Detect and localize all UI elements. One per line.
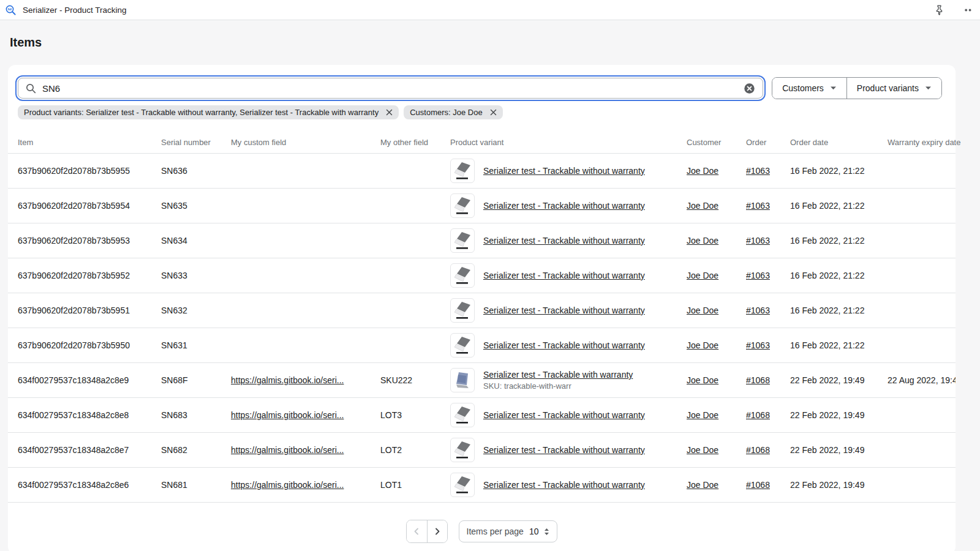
customer-link[interactable]: Joe Doe [687,236,718,246]
product-variant-text: Serializer test - Trackable without warr… [483,166,645,176]
custom-field-link[interactable]: https://galmis.gitbook.io/seri... [231,445,344,455]
order-cell: #1063 [746,223,790,258]
product-variant-link[interactable]: Serializer test - Trackable without warr… [483,480,645,490]
app-title: Serializer - Product Tracking [23,6,127,15]
order-link[interactable]: #1063 [746,340,770,350]
order-cell: #1068 [746,398,790,433]
previous-page-button[interactable] [407,520,427,542]
order-link[interactable]: #1068 [746,375,770,385]
warranty-expiry-cell [888,468,956,503]
product-variant-link[interactable]: Serializer test - Trackable without warr… [483,340,645,350]
custom-field-link[interactable]: https://galmis.gitbook.io/seri... [231,375,344,385]
serial-number: SN636 [161,166,187,176]
page-title: Items [10,36,980,50]
search-input[interactable] [42,83,737,94]
other-field-cell [380,154,450,189]
customer-link[interactable]: Joe Doe [687,445,718,455]
order-date: 22 Feb 2022, 19:49 [790,445,864,455]
product-variants-filter-tag: Product variants: Serializer test - Trac… [18,105,399,119]
item-id-cell: 637b90620f2d2078b73b5951 [8,293,161,328]
item-id-cell: 634f00279537c18348a2c8e6 [8,468,161,503]
pager-button-group [406,520,448,543]
product-variant-text: Serializer test - Trackable without warr… [483,305,645,315]
customer-link[interactable]: Joe Doe [687,305,718,315]
custom-field-cell [231,154,380,189]
table-row: 637b90620f2d2078b73b5953 SN634 [8,223,956,258]
product-variant-text: Serializer test - Trackable without warr… [483,340,645,350]
order-link[interactable]: #1063 [746,201,770,211]
customers-filter-button[interactable]: Customers [772,78,846,99]
overflow-menu-icon[interactable] [965,9,973,12]
product-variant-link[interactable]: Serializer test - Trackable without warr… [483,166,645,176]
customer-link[interactable]: Joe Doe [687,271,718,280]
items-per-page-label: Items per page [467,527,524,536]
custom-field-cell: https://galmis.gitbook.io/seri... [231,433,380,468]
customer-link[interactable]: Joe Doe [687,340,718,350]
product-thumbnail [450,368,475,392]
item-id-cell: 634f00279537c18348a2c8e8 [8,398,161,433]
custom-field-link[interactable]: https://galmis.gitbook.io/seri... [231,410,344,420]
customer-link[interactable]: Joe Doe [687,410,718,420]
column-header-order: Order [746,138,790,154]
customer-cell: Joe Doe [687,293,746,328]
item-id: 637b90620f2d2078b73b5954 [18,201,130,211]
order-link[interactable]: #1063 [746,166,770,176]
order-link[interactable]: #1063 [746,305,770,315]
order-link[interactable]: #1068 [746,480,770,490]
customer-link[interactable]: Joe Doe [687,166,718,176]
warranty-expiry-cell [888,293,956,328]
order-date-cell: 22 Feb 2022, 19:49 [790,398,888,433]
search-box [18,78,763,99]
product-variant-cell: Serializer test - Trackable without warr… [450,189,687,223]
item-id-cell: 637b90620f2d2078b73b5950 [8,328,161,363]
customer-link[interactable]: Joe Doe [687,480,718,490]
product-variant-link[interactable]: Serializer test - Trackable without warr… [483,236,645,246]
order-link[interactable]: #1068 [746,410,770,420]
serial-number: SN633 [161,271,187,280]
product-thumbnail [450,473,475,497]
serial-number-cell: SN681 [161,468,231,503]
product-variant-link[interactable]: Serializer test - Trackable without warr… [483,271,645,280]
order-date-cell: 16 Feb 2022, 21:22 [790,258,888,293]
variant-sku: SKU: trackable-with-warr [483,381,633,391]
item-id: 637b90620f2d2078b73b5951 [18,305,130,315]
chevron-down-icon [830,86,837,90]
pagination: Items per page 10 [8,520,956,551]
remove-filter-icon[interactable] [386,109,393,116]
applied-filters-row: Product variants: Serializer test - Trac… [8,99,956,119]
serial-number: SN634 [161,236,187,246]
serial-number: SN683 [161,410,187,420]
customer-cell: Joe Doe [687,154,746,189]
clear-search-icon[interactable] [744,83,755,94]
items-per-page-select[interactable]: Items per page 10 [459,520,558,542]
product-variant-link[interactable]: Serializer test - Trackable without warr… [483,410,645,420]
serial-number-cell: SN634 [161,223,231,258]
item-id: 637b90620f2d2078b73b5952 [18,271,130,280]
order-link[interactable]: #1063 [746,236,770,246]
order-link[interactable]: #1063 [746,271,770,280]
pin-icon[interactable] [935,5,944,15]
product-variant-link[interactable]: Serializer test - Trackable without warr… [483,201,645,211]
custom-field-cell: https://galmis.gitbook.io/seri... [231,398,380,433]
column-header-my-custom-field: My custom field [231,138,380,154]
customers-filter-tag: Customers: Joe Doe [404,105,503,119]
app-topbar: Serializer - Product Tracking [0,0,980,20]
order-date: 22 Feb 2022, 19:49 [790,375,864,385]
product-variant-text: Serializer test - Trackable without warr… [483,410,645,420]
item-id-cell: 634f00279537c18348a2c8e9 [8,363,161,398]
next-page-button[interactable] [427,520,447,542]
product-variant-link[interactable]: Serializer test - Trackable with warrant… [483,370,633,380]
custom-field-link[interactable]: https://galmis.gitbook.io/seri... [231,480,344,490]
table-row: 637b90620f2d2078b73b5950 SN631 [8,328,956,363]
customer-link[interactable]: Joe Doe [687,375,718,385]
customer-cell: Joe Doe [687,328,746,363]
product-variant-link[interactable]: Serializer test - Trackable without warr… [483,305,645,315]
customer-link[interactable]: Joe Doe [687,201,718,211]
product-variants-filter-button[interactable]: Product variants [846,78,941,99]
table-row: 634f00279537c18348a2c8e8 SN683 https://g… [8,398,956,433]
order-date-cell: 16 Feb 2022, 21:22 [790,154,888,189]
remove-filter-icon[interactable] [490,109,497,116]
order-link[interactable]: #1068 [746,445,770,455]
product-variant-link[interactable]: Serializer test - Trackable without warr… [483,445,645,455]
order-date: 22 Feb 2022, 19:49 [790,410,864,420]
